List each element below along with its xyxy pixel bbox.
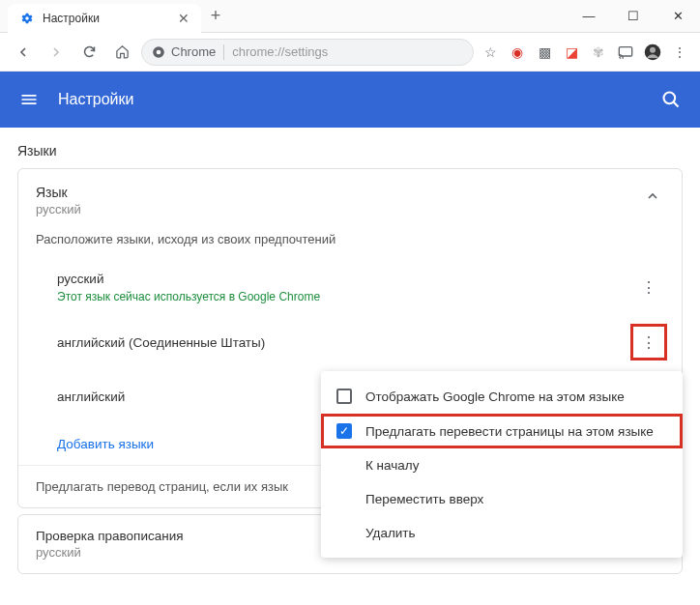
language-row: английский (Соединенные Штаты) ⋮ xyxy=(18,315,682,369)
menu-label: К началу xyxy=(365,458,419,473)
menu-move-up[interactable]: Переместить вверх xyxy=(321,482,683,516)
tab-close-icon[interactable]: ✕ xyxy=(178,11,190,26)
menu-label: Отображать Google Chrome на этом языке xyxy=(365,389,625,404)
star-icon[interactable]: ☆ xyxy=(480,42,501,63)
browser-tab[interactable]: Настройки ✕ xyxy=(8,4,201,33)
language-card-header[interactable]: Язык русский xyxy=(18,169,682,224)
browser-toolbar: Chrome chrome://settings ☆ ◉ ▩ ◪ ✾ ⋮ xyxy=(0,33,700,72)
svg-point-5 xyxy=(664,93,676,104)
more-icon[interactable]: ⋮ xyxy=(633,273,664,303)
extension-icon[interactable]: ▩ xyxy=(534,42,555,63)
reload-button[interactable] xyxy=(75,39,102,66)
menu-offer-translate[interactable]: Предлагать перевести страницы на этом яз… xyxy=(321,414,683,448)
window-titlebar: Настройки ✕ + — ☐ ✕ xyxy=(0,0,700,33)
window-controls: — ☐ ✕ xyxy=(567,0,700,32)
extension-icon[interactable]: ✾ xyxy=(588,42,609,63)
close-window-button[interactable]: ✕ xyxy=(656,0,700,32)
extension-icon[interactable]: ◉ xyxy=(507,42,528,63)
menu-label: Удалить xyxy=(365,526,416,540)
extension-icons: ◉ ▩ ◪ ✾ ⋮ xyxy=(507,42,690,63)
svg-point-4 xyxy=(650,46,656,52)
menu-icon[interactable] xyxy=(19,90,39,109)
chrome-chip: Chrome xyxy=(152,44,216,59)
menu-move-top[interactable]: К началу xyxy=(321,448,683,482)
menu-display-in-language[interactable]: Отображать Google Chrome на этом языке xyxy=(321,379,683,414)
gear-icon xyxy=(19,11,35,26)
new-tab-button[interactable]: + xyxy=(201,0,230,32)
menu-label: Переместить вверх xyxy=(365,492,483,506)
chrome-icon xyxy=(152,45,165,59)
card-title: Язык xyxy=(36,185,641,200)
tab-title: Настройки xyxy=(43,12,170,25)
search-icon[interactable] xyxy=(661,90,681,109)
minimize-button[interactable]: — xyxy=(567,0,611,32)
menu-label: Предлагать перевести страницы на этом яз… xyxy=(365,424,654,439)
instruction-text: Расположите языки, исходя из своих предп… xyxy=(18,224,682,260)
cast-icon[interactable] xyxy=(615,42,636,63)
address-bar[interactable]: Chrome chrome://settings xyxy=(141,39,474,66)
section-label: Языки xyxy=(17,143,683,158)
chevron-up-icon[interactable] xyxy=(641,185,664,208)
forward-button[interactable] xyxy=(43,39,70,66)
extension-icon[interactable]: ◪ xyxy=(561,42,582,63)
language-name: русский xyxy=(57,272,320,286)
page-title: Настройки xyxy=(58,91,642,108)
language-note: Этот язык сейчас используется в Google C… xyxy=(57,290,320,303)
settings-header: Настройки xyxy=(0,72,700,128)
home-button[interactable] xyxy=(108,39,135,66)
url-text: chrome://settings xyxy=(232,44,328,59)
back-button[interactable] xyxy=(10,39,37,66)
menu-delete[interactable]: Удалить xyxy=(321,516,683,550)
language-context-menu: Отображать Google Chrome на этом языке П… xyxy=(321,371,683,558)
checkbox-unchecked-icon[interactable] xyxy=(336,389,352,404)
profile-icon[interactable] xyxy=(642,42,663,63)
language-name: английский xyxy=(57,389,125,404)
checkbox-checked-icon[interactable] xyxy=(336,423,352,439)
language-row: русский Этот язык сейчас используется в … xyxy=(18,260,682,315)
browser-menu-icon[interactable]: ⋮ xyxy=(669,42,690,63)
card-subtitle: русский xyxy=(36,202,641,216)
divider xyxy=(223,44,224,60)
svg-point-1 xyxy=(157,49,161,54)
language-name: английский (Соединенные Штаты) xyxy=(57,335,265,350)
maximize-button[interactable]: ☐ xyxy=(611,0,656,32)
more-icon[interactable]: ⋮ xyxy=(633,327,664,358)
